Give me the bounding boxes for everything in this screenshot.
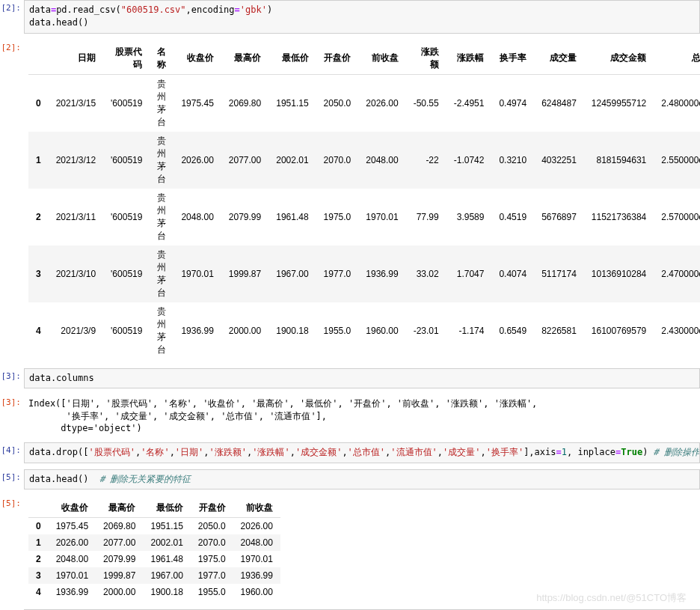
output-index-text: Index(['日期', '股票代码', '名称', '收盘价', '最高价',… — [24, 394, 700, 436]
input-prompt-4: [4]: — [0, 442, 24, 463]
code-cell-2[interactable]: data=pd.read_csv("600519.csv",encoding='… — [24, 0, 700, 34]
code-cell-3[interactable]: data.columns — [24, 368, 700, 388]
code-content: data.columns — [29, 373, 94, 383]
output-prompt-2: [2]: — [0, 40, 24, 362]
output-prompt-3: [3]: — [0, 394, 24, 436]
input-prompt-2: [2]: — [0, 0, 24, 34]
code-content: data.head() # 删除无关紧要的特征 — [29, 474, 191, 484]
output-prompt-5: [5]: — [0, 495, 24, 603]
code-cell-4[interactable]: data.drop(['股票代码','名称','日期','涨跌额','涨跌幅',… — [24, 442, 700, 463]
output-table-head-dropped: 收盘价最高价最低价开盘价前收盘01975.452069.801951.15205… — [24, 495, 700, 603]
code-content: data=pd.read_csv("600519.csv",encoding='… — [29, 4, 272, 28]
code-content: data.drop(['股票代码','名称','日期','涨跌额','涨跌幅',… — [29, 447, 700, 457]
output-table-head-full: 日期股票代码名称收盘价最高价最低价开盘价前收盘涨跌额涨跌幅换手率成交量成交金额总… — [24, 40, 700, 362]
code-cell-5[interactable]: data.head() # 删除无关紧要的特征 — [24, 469, 700, 489]
input-prompt-3: [3]: — [0, 368, 24, 388]
input-prompt-5: [5]: — [0, 469, 24, 489]
